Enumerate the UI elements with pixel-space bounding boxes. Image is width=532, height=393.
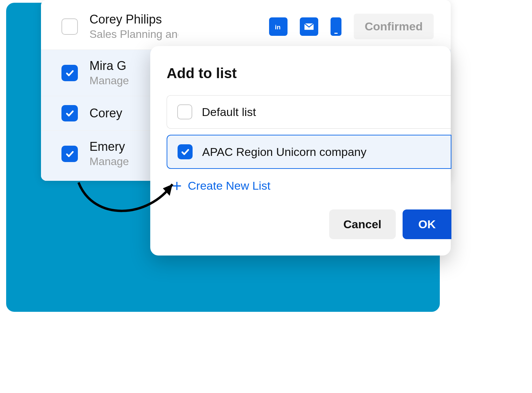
list-option-default[interactable]: Default list [167,95,451,129]
contact-subtitle: Manage [89,74,141,87]
contact-subtitle: Manage [89,155,144,168]
option-label: Default list [202,105,256,119]
contact-row[interactable]: Corey Philips Sales Planning and in Conf… [41,0,451,50]
row-checkbox[interactable] [61,105,78,121]
dialog-actions: Cancel OK [167,209,451,239]
row-checkbox[interactable] [61,18,78,35]
contact-action-icons: in Confirmed [269,14,434,39]
phone-icon[interactable] [331,17,341,36]
ok-button[interactable]: OK [403,209,451,239]
contact-name: Emery [89,140,144,154]
contact-name: Corey Philips [89,12,178,27]
create-new-list-label: Create New List [188,179,270,192]
row-checkbox[interactable] [61,146,78,162]
row-checkbox[interactable] [61,65,78,81]
list-option-apac[interactable]: APAC Region Unicorn company [167,135,451,169]
contact-name: Mira G [89,59,141,73]
contact-name: Corey [89,106,141,120]
option-checkbox[interactable] [178,144,193,159]
status-badge: Confirmed [354,14,434,39]
dialog-title: Add to list [167,65,451,82]
option-checkbox[interactable] [177,104,192,119]
contact-subtitle: Sales Planning and [89,28,178,41]
email-icon[interactable] [300,17,318,36]
svg-text:in: in [275,23,281,30]
plus-icon [171,180,182,191]
cancel-button[interactable]: Cancel [329,209,396,239]
linkedin-icon[interactable]: in [269,17,288,36]
option-label: APAC Region Unicorn company [202,145,366,159]
add-to-list-dialog: Add to list Default list APAC Region Uni… [150,46,451,256]
create-new-list-button[interactable]: Create New List [167,179,451,192]
